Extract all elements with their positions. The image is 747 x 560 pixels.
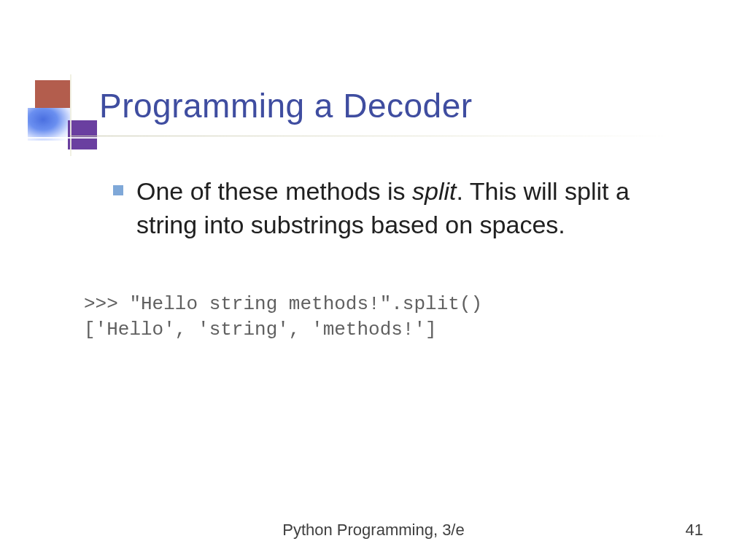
code-line-1: >>> "Hello string methods!".split() — [84, 293, 482, 315]
slide: Programming a Decoder One of these metho… — [0, 0, 747, 560]
bullet-text-em: split — [412, 177, 456, 205]
page-number: 41 — [686, 521, 703, 540]
bullet-text: One of these methods is split. This will… — [136, 175, 696, 242]
decorative-logo — [28, 80, 93, 153]
deco-line-horizontal — [28, 137, 121, 139]
body-area: One of these methods is split. This will… — [113, 175, 696, 242]
bullet-square-icon — [113, 185, 123, 195]
title-underline — [70, 136, 676, 136]
footer-text: Python Programming, 3/e — [0, 521, 747, 540]
code-line-2: ['Hello', 'string', 'methods!'] — [84, 319, 437, 341]
deco-square-purple — [68, 120, 97, 149]
deco-square-blue — [28, 108, 71, 141]
code-block: >>> "Hello string methods!".split() ['He… — [84, 292, 689, 343]
bullet-text-pre: One of these methods is — [136, 177, 412, 205]
bullet-item: One of these methods is split. This will… — [113, 175, 696, 242]
deco-line-vertical — [70, 74, 71, 156]
title-area: Programming a Decoder — [99, 86, 703, 136]
slide-title: Programming a Decoder — [99, 86, 703, 125]
